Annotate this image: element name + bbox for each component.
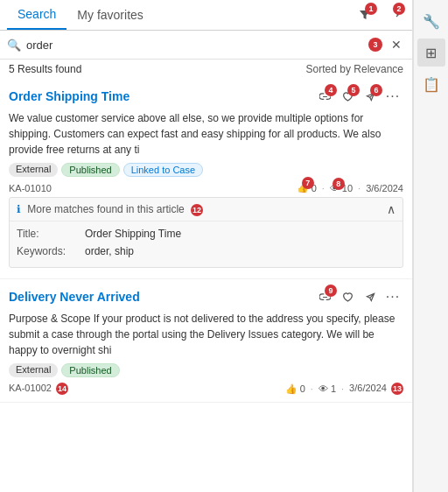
more-matches-badge: 12 [191, 204, 203, 216]
thumbs-up-icon-2[interactable]: 👍 [285, 383, 298, 395]
tabs-bar: Search My favorites 1 2 [0, 0, 412, 31]
id-badge-14: 14 [56, 383, 68, 395]
search-icon: 🔍 [7, 39, 21, 52]
view-icon-1: 👁 8 [330, 183, 340, 193]
view-count-2: 1 [331, 383, 336, 394]
link-icon-2[interactable]: 9 [314, 286, 335, 307]
info-icon: ℹ [17, 203, 21, 215]
tab-search[interactable]: Search [7, 0, 66, 30]
search-count-badge: 3 [368, 38, 382, 52]
send-icon-1[interactable]: 6 [360, 86, 381, 107]
more-matches-header-1[interactable]: ℹ More matches found in this article 12 … [10, 198, 402, 221]
action-badge-5: 5 [347, 84, 360, 96]
view-section-1: 👁 8 10 [330, 183, 353, 193]
footer-actions-1: 👍 7 0 · 👁 8 10 · 3/6/2024 [297, 182, 403, 193]
tag-linked-1: Linked to Case [123, 163, 203, 177]
more-matches-body: Title: Order Shipping Time Keywords: ord… [10, 221, 402, 267]
send-icon-2[interactable] [360, 286, 381, 307]
footer-actions-2: 👍 0 · 👁 1 · 3/6/2024 13 [285, 383, 403, 395]
heart-icon-2[interactable] [337, 286, 358, 307]
article-card-2: Delivery Never Arrived 9 ··· [0, 279, 412, 403]
article-title-1[interactable]: Order Shipping Time [9, 89, 130, 103]
tab-actions: 1 2 [353, 3, 405, 27]
heart-icon-1[interactable]: 5 [337, 86, 358, 107]
vote-section-2: 👍 0 [285, 383, 305, 395]
sort-button[interactable]: 2 [381, 3, 405, 27]
sorted-by: Sorted by Relevance [306, 63, 403, 75]
more-button-2[interactable]: ··· [382, 286, 403, 307]
article-tags-2: External Published [9, 363, 403, 377]
match-label-title: Title: [17, 228, 78, 240]
more-matches-label: More matches found in this article [27, 203, 184, 215]
link-icon-1[interactable]: 4 [314, 86, 335, 107]
tag-external-1: External [9, 163, 58, 177]
article-footer-2: KA-01002 14 👍 0 · 👁 1 · 3/6/2024 [9, 383, 403, 395]
action-badge-4: 4 [325, 84, 337, 96]
columns-icon[interactable]: ⊞ [417, 39, 445, 67]
article-title-2[interactable]: Delivery Never Arrived [9, 290, 140, 304]
article-body-2: Purpose & Scope If your product is not d… [9, 311, 403, 358]
sidebar: 🔧 ⊞ 📋 [413, 0, 448, 492]
match-value-title: Order Shipping Time [85, 228, 181, 240]
article-date-2: 3/6/2024 13 [349, 383, 403, 395]
vote-badge-7: 7 [302, 177, 314, 189]
article-date-1: 3/6/2024 [366, 183, 403, 193]
action-badge-9: 9 [325, 285, 337, 297]
more-matches-1: ℹ More matches found in this article 12 … [9, 197, 403, 268]
wrench-icon[interactable]: 🔧 [417, 7, 445, 35]
copy-icon[interactable]: 📋 [417, 70, 445, 98]
view-icon-2: 👁 [318, 383, 328, 394]
article-tags-1: External Published Linked to Case [9, 163, 403, 177]
tag-published-2: Published [61, 363, 119, 377]
tab-favorites[interactable]: My favorites [66, 1, 153, 29]
article-actions-1: 4 5 6 ··· [314, 86, 403, 107]
article-footer-1: KA-01010 👍 7 0 · 👁 8 [9, 182, 403, 193]
search-bar: 🔍 order 3 ✕ [0, 31, 412, 60]
view-section-2: 👁 1 [318, 383, 336, 394]
vote-section-1: 👍 7 0 [297, 182, 317, 193]
tag-external-2: External [9, 363, 58, 377]
sort-badge: 2 [393, 3, 405, 15]
results-list: Order Shipping Time 4 5 6 · [0, 79, 412, 492]
clear-search-button[interactable]: ✕ [388, 36, 405, 53]
match-row-title: Title: Order Shipping Time [17, 225, 396, 242]
article-header-2: Delivery Never Arrived 9 ··· [9, 286, 403, 307]
results-count: 5 Results found [9, 63, 81, 75]
tag-published-1: Published [61, 163, 119, 177]
vote-count-2: 0 [300, 383, 305, 394]
article-body-1: We value customer service above all else… [9, 110, 403, 158]
article-actions-2: 9 ··· [314, 286, 403, 307]
collapse-button[interactable]: ∧ [387, 202, 396, 216]
filter-badge: 1 [365, 3, 377, 15]
match-row-keywords: Keywords: order, ship [17, 242, 396, 260]
action-badge-6: 6 [370, 84, 382, 96]
match-value-keywords: order, ship [85, 245, 134, 257]
search-input[interactable]: order [26, 39, 363, 52]
match-label-keywords: Keywords: [17, 245, 78, 257]
more-button-1[interactable]: ··· [382, 86, 403, 107]
article-card-1: Order Shipping Time 4 5 6 · [0, 79, 412, 279]
footer-badge-13: 13 [391, 383, 403, 395]
article-id-2: KA-01002 14 [9, 383, 68, 395]
article-header-1: Order Shipping Time 4 5 6 · [9, 86, 403, 107]
filter-button[interactable]: 1 [353, 3, 377, 27]
thumbs-up-icon-1[interactable]: 👍 7 [297, 182, 309, 193]
article-id-1: KA-01010 [9, 183, 52, 193]
results-header: 5 Results found Sorted by Relevance [0, 60, 412, 79]
view-badge-8: 8 [332, 178, 345, 190]
